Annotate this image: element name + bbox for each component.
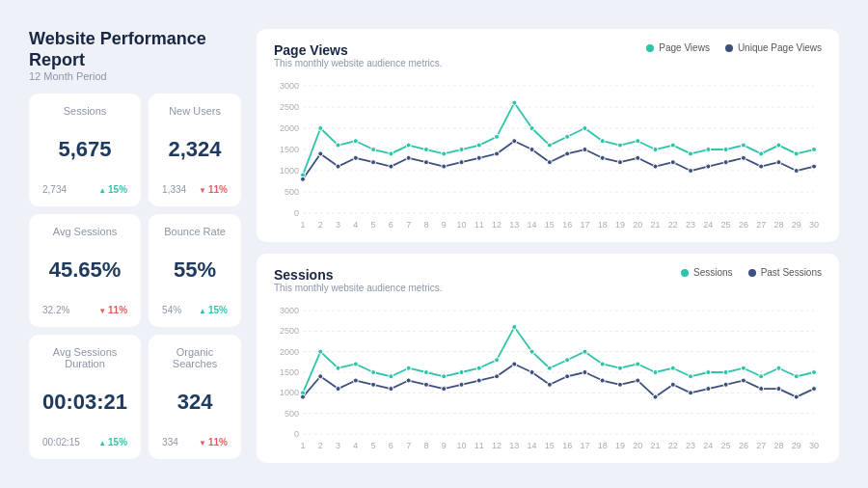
metric-card-2: Avg Sessions 45.65% 32.2% 11% xyxy=(29,214,141,327)
svg-point-89 xyxy=(565,151,570,156)
metric-footer-4: 00:02:15 15% xyxy=(42,437,127,447)
svg-point-77 xyxy=(353,155,358,160)
svg-point-72 xyxy=(794,151,799,156)
svg-point-52 xyxy=(442,151,447,156)
svg-point-60 xyxy=(583,126,587,131)
svg-point-158 xyxy=(476,366,481,370)
metric-prev-0: 2,734 xyxy=(42,184,67,195)
svg-text:25: 25 xyxy=(721,441,731,450)
svg-point-49 xyxy=(389,151,393,156)
svg-text:27: 27 xyxy=(756,220,766,230)
svg-point-85 xyxy=(495,151,500,156)
svg-point-98 xyxy=(723,160,728,165)
metric-arrow-3 xyxy=(199,305,206,315)
chart-card-0: Page Views This monthly website audience… xyxy=(257,29,839,242)
svg-text:1500: 1500 xyxy=(280,145,299,154)
legend-dot-0-1 xyxy=(725,44,733,52)
legend-item-0-0: Page Views xyxy=(646,42,710,53)
metric-footer-3: 54% 15% xyxy=(162,305,228,315)
svg-text:19: 19 xyxy=(615,441,625,450)
chart-svg-0: 300025002000150010005000 123456789101112… xyxy=(274,76,822,232)
metric-change-0: 15% xyxy=(98,184,127,195)
svg-point-67 xyxy=(706,148,711,152)
svg-text:30: 30 xyxy=(809,220,819,230)
metric-card-5: Organic Searches 324 334 11% xyxy=(149,335,241,459)
svg-text:13: 13 xyxy=(509,220,519,230)
svg-point-191 xyxy=(529,370,534,375)
svg-point-187 xyxy=(459,382,464,387)
svg-point-46 xyxy=(336,143,340,148)
svg-point-203 xyxy=(741,378,746,383)
svg-point-150 xyxy=(336,366,340,370)
metric-label-1: New Users xyxy=(162,105,228,117)
svg-point-154 xyxy=(406,366,411,370)
svg-point-166 xyxy=(617,366,622,370)
metric-change-2: 11% xyxy=(98,305,127,315)
svg-text:30: 30 xyxy=(809,441,819,450)
svg-text:17: 17 xyxy=(580,220,589,230)
legend-label-0-1: Unique Page Views xyxy=(738,42,822,53)
svg-text:4: 4 xyxy=(353,220,358,230)
svg-point-70 xyxy=(759,151,764,156)
svg-point-75 xyxy=(318,151,323,156)
svg-point-204 xyxy=(759,387,764,392)
svg-point-99 xyxy=(741,155,746,160)
svg-text:24: 24 xyxy=(703,220,713,230)
metric-change-3: 15% xyxy=(199,305,228,315)
svg-text:28: 28 xyxy=(773,220,783,230)
svg-point-160 xyxy=(512,325,517,330)
chart-legend-0: Page Views Unique Page Views xyxy=(646,42,822,53)
legend-dot-0-0 xyxy=(646,44,654,52)
metric-arrow-2 xyxy=(98,305,106,315)
svg-point-161 xyxy=(529,349,534,354)
svg-text:2500: 2500 xyxy=(280,102,299,112)
svg-point-156 xyxy=(442,374,447,379)
svg-point-65 xyxy=(670,143,675,148)
svg-text:12: 12 xyxy=(492,220,502,230)
svg-point-76 xyxy=(336,164,340,169)
svg-text:11: 11 xyxy=(475,441,484,450)
metric-label-5: Organic Searches xyxy=(162,346,228,369)
chart-area-1: 300025002000150010005000 123456789101112… xyxy=(274,301,822,453)
svg-text:0: 0 xyxy=(294,208,299,218)
chart-legend-1: Sessions Past Sessions xyxy=(681,267,822,278)
chart-desc-0: This monthly website audience metrics. xyxy=(274,58,443,68)
svg-text:26: 26 xyxy=(739,220,748,230)
metric-card-1: New Users 2,324 1,334 11% xyxy=(149,94,241,206)
metric-arrow-5 xyxy=(199,437,206,447)
svg-text:22: 22 xyxy=(668,220,678,230)
svg-point-69 xyxy=(741,143,746,148)
svg-text:14: 14 xyxy=(528,220,537,230)
svg-text:18: 18 xyxy=(598,441,608,450)
svg-point-157 xyxy=(459,370,464,375)
svg-point-151 xyxy=(353,362,358,366)
svg-point-159 xyxy=(495,358,500,363)
svg-text:6: 6 xyxy=(389,441,393,450)
svg-point-194 xyxy=(583,370,587,375)
svg-point-80 xyxy=(406,155,411,160)
svg-point-176 xyxy=(794,374,799,379)
svg-point-185 xyxy=(423,382,428,387)
report-subtitle: 12 Month Period xyxy=(29,70,241,82)
metric-arrow-0 xyxy=(98,184,106,195)
svg-text:18: 18 xyxy=(598,220,608,230)
svg-point-169 xyxy=(670,366,675,370)
legend-label-0-0: Page Views xyxy=(659,42,710,53)
svg-text:20: 20 xyxy=(633,441,642,450)
svg-text:8: 8 xyxy=(423,441,428,450)
metric-prev-3: 54% xyxy=(162,305,181,315)
svg-text:10: 10 xyxy=(456,441,466,450)
svg-point-86 xyxy=(512,139,517,144)
svg-point-97 xyxy=(706,164,711,169)
svg-point-78 xyxy=(371,160,376,165)
svg-text:9: 9 xyxy=(442,441,447,450)
svg-point-87 xyxy=(529,148,534,152)
svg-point-192 xyxy=(547,382,552,387)
svg-point-152 xyxy=(371,370,376,375)
svg-point-101 xyxy=(776,160,781,165)
svg-text:2000: 2000 xyxy=(280,347,299,357)
svg-text:23: 23 xyxy=(686,220,695,230)
svg-text:16: 16 xyxy=(562,220,572,230)
metric-prev-1: 1,334 xyxy=(162,184,186,195)
svg-text:6: 6 xyxy=(389,220,393,230)
